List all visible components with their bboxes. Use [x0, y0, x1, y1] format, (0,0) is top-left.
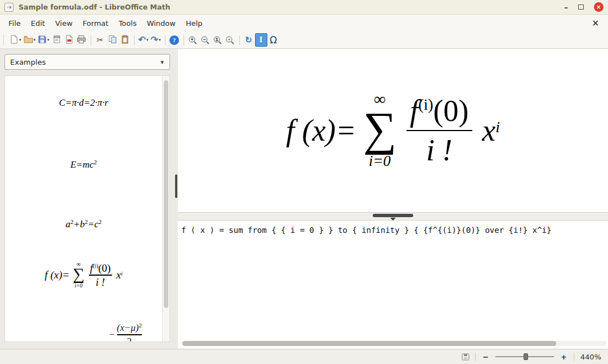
restore-button[interactable]	[578, 5, 584, 10]
menubar: File Edit View Format Tools Window Help …	[0, 15, 608, 32]
undo-button[interactable]: ↶ ▾	[137, 33, 150, 47]
toolbar-separator	[91, 35, 91, 45]
window-title: Sample formula.odf - LibreOffice Math	[19, 3, 170, 11]
statusbar: − + 440%	[0, 349, 608, 364]
copy-icon	[108, 35, 117, 46]
document-modified-icon[interactable]	[462, 353, 470, 361]
symbols-catalog-button[interactable]: Ω	[267, 33, 280, 47]
zoom-out-button[interactable]: −	[199, 33, 212, 47]
zoom-in-button[interactable]: +	[187, 33, 199, 47]
zoom-level[interactable]: 440%	[580, 353, 601, 361]
zoom-icon	[225, 35, 235, 45]
toolbar-separator	[134, 35, 135, 45]
main-content: Examples ▾ C=π·d=2·π·r E=mc2 a2+b2=c2 f …	[0, 49, 608, 349]
example-formula-circle[interactable]: C=π·d=2·π·r	[5, 97, 162, 109]
formula-cursor-button[interactable]: I	[255, 33, 267, 47]
fraction-bar	[89, 275, 112, 276]
document-close-icon[interactable]: ×	[586, 18, 605, 28]
summation: ∞ ∑ i=0	[363, 92, 397, 170]
zoom-slider[interactable]	[495, 352, 554, 361]
menu-view[interactable]: View	[50, 17, 78, 30]
fraction: (x−μ)2 2	[117, 322, 142, 342]
redo-button[interactable]: ↷ ▾	[150, 33, 162, 47]
rendered-formula: f (x)= ∞ ∑ i=0 f(i)(0) i ! xi	[44, 262, 122, 289]
paste-button[interactable]	[119, 33, 131, 47]
text-cursor-icon: I	[260, 35, 262, 44]
omega-icon: Ω	[270, 34, 277, 46]
summation: ∞ ∑ i=0	[73, 262, 84, 289]
zoom-slider-thumb[interactable]	[524, 353, 528, 360]
document-area: f (x)= ∞ ∑ i=0 f(i)(0) i ! xi	[178, 49, 608, 349]
command-editor[interactable]: f ( x ) = sum from { { i = 0 } } to { in…	[178, 221, 608, 349]
menu-edit[interactable]: Edit	[26, 17, 50, 30]
x-power-i: xi	[116, 269, 122, 281]
save-icon	[38, 35, 47, 46]
minimize-button[interactable]: –	[564, 3, 568, 11]
statusbar-separator	[574, 353, 574, 361]
formula-preview-pane[interactable]: f (x)= ∞ ∑ i=0 f(i)(0) i ! xi	[178, 49, 608, 212]
print-button[interactable]	[75, 33, 88, 47]
minus-sign: −	[109, 329, 115, 340]
scrollbar-thumb[interactable]	[164, 80, 168, 308]
print-preview-button[interactable]	[51, 33, 63, 47]
examples-selector[interactable]: Examples ▾	[5, 54, 170, 70]
horizontal-splitter[interactable]	[178, 212, 608, 221]
sum-symbol: ∑	[73, 267, 84, 282]
help-button[interactable]: ?	[168, 33, 181, 47]
scrollbar-thumb[interactable]	[182, 341, 556, 346]
copy-button[interactable]	[106, 33, 119, 47]
open-button[interactable]: ▾	[23, 33, 37, 47]
redo-icon: ↷	[151, 35, 158, 44]
formula-text: C=π·d=2·π·r	[59, 97, 109, 109]
close-button[interactable]: ×	[594, 2, 603, 12]
menu-window[interactable]: Window	[142, 17, 181, 30]
zoom-in-control[interactable]: +	[560, 353, 568, 361]
new-document-icon	[10, 35, 19, 46]
standard-toolbar: ▾ ▾ ▾ ✂ ↶ ▾	[0, 32, 608, 49]
titlebar: √a Sample formula.odf - LibreOffice Math…	[0, 0, 608, 15]
new-document-button[interactable]: ▾	[8, 33, 23, 47]
fraction: f(i)(0) i !	[88, 262, 113, 289]
help-icon: ?	[169, 35, 179, 45]
zoom-100-button[interactable]: 1	[212, 33, 224, 47]
menu-file[interactable]: File	[3, 17, 26, 30]
fraction: f(i)(0) i !	[403, 93, 475, 168]
formula-text: E=mc2	[70, 159, 97, 170]
update-formula-button[interactable]: ↻	[243, 33, 255, 47]
example-formula-taylor-series[interactable]: f (x)= ∞ ∑ i=0 f(i)(0) i ! xi	[5, 262, 162, 289]
menu-tools[interactable]: Tools	[114, 17, 142, 30]
refresh-icon: ↻	[245, 35, 252, 45]
toolbar-separator	[165, 35, 166, 45]
math-app-icon: √a	[5, 3, 14, 12]
undo-icon: ↶	[138, 35, 146, 44]
zoom-out-control[interactable]: −	[481, 353, 490, 361]
chevron-down-icon[interactable]: ▾	[47, 38, 50, 42]
formula-source-text[interactable]: f ( x ) = sum from { { i = 0 } } to { in…	[178, 221, 608, 240]
example-formula-gaussian-partial[interactable]: − (x−μ)2 2	[5, 322, 162, 342]
libreoffice-math-window: √a Sample formula.odf - LibreOffice Math…	[0, 0, 608, 364]
toolbar-separator	[239, 35, 240, 45]
save-button[interactable]: ▾	[37, 33, 51, 47]
toolbar-handle[interactable]	[3, 35, 6, 45]
menu-format[interactable]: Format	[78, 17, 114, 30]
cut-button[interactable]: ✂	[94, 33, 106, 47]
rendered-formula: f (x)= ∞ ∑ i=0 f(i)(0) i ! xi	[286, 92, 500, 170]
examples-scrollbar[interactable]	[162, 76, 169, 341]
editor-horizontal-scrollbar[interactable]	[181, 341, 606, 346]
chevron-down-icon[interactable]: ▾	[156, 59, 168, 66]
chevron-down-icon[interactable]: ▾	[19, 38, 21, 42]
example-formula-pythagoras[interactable]: a2+b2=c2	[5, 219, 162, 230]
zoom-button[interactable]	[224, 33, 236, 47]
export-pdf-button[interactable]	[63, 33, 75, 47]
splitter-grip[interactable]	[175, 174, 177, 198]
open-folder-icon	[24, 35, 33, 46]
examples-selector-value: Examples	[10, 58, 156, 66]
formula-text: a2+b2=c2	[65, 219, 101, 230]
example-formula-emc2[interactable]: E=mc2	[5, 159, 162, 170]
menu-help[interactable]: Help	[181, 17, 208, 30]
chevron-down-icon[interactable]: ▾	[34, 38, 36, 42]
splitter-handle[interactable]	[373, 214, 413, 217]
chevron-down-icon[interactable]: ▾	[146, 38, 149, 42]
paste-icon	[120, 35, 129, 46]
chevron-down-icon[interactable]: ▾	[159, 38, 161, 42]
